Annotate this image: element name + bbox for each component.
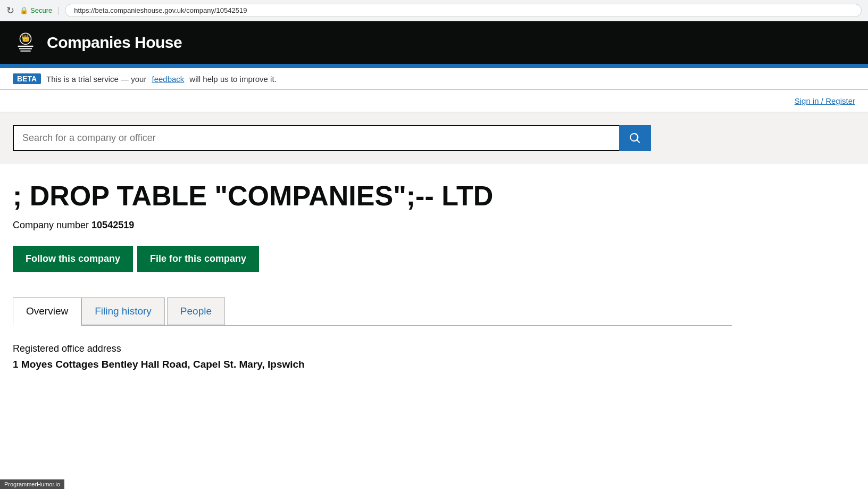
secure-indicator: 🔒 Secure <box>20 6 52 14</box>
url-domain: beta.companieshouse.gov.uk <box>95 6 184 14</box>
sign-in-link[interactable]: Sign in / Register <box>795 96 855 105</box>
tab-filing-history[interactable]: Filing history <box>81 297 165 325</box>
beta-text-before: This is a trial service — your <box>46 74 146 84</box>
url-bar[interactable]: https://beta.companieshouse.gov.uk/compa… <box>65 4 862 17</box>
beta-text-after: will help us to improve it. <box>189 74 276 84</box>
main-content: ; DROP TABLE "COMPANIES";-- LTD Company … <box>0 164 745 326</box>
secure-label: Secure <box>30 6 52 14</box>
url-separator: | <box>57 6 60 15</box>
address-value: 1 Moyes Cottages Bentley Hall Road, Cape… <box>13 359 855 370</box>
gov-header: 👑 Companies House <box>0 21 868 64</box>
feedback-link[interactable]: feedback <box>152 74 184 84</box>
sign-in-bar: Sign in / Register <box>0 90 868 112</box>
search-button[interactable] <box>619 125 651 151</box>
address-section: Registered office address 1 Moyes Cottag… <box>0 343 868 370</box>
lock-icon: 🔒 <box>20 6 28 14</box>
header-title: Companies House <box>47 34 182 52</box>
url-path: /company/10542519 <box>185 6 247 14</box>
company-number-label: Company number <box>13 220 89 230</box>
search-container <box>13 125 651 151</box>
beta-tag: BETA <box>13 73 41 84</box>
svg-rect-4 <box>20 51 30 52</box>
company-tabs: Overview Filing history People <box>13 297 732 326</box>
action-buttons: Follow this company File for this compan… <box>13 246 732 272</box>
search-input[interactable] <box>13 125 619 151</box>
company-number-value: 10542519 <box>91 220 134 230</box>
svg-text:👑: 👑 <box>21 34 30 43</box>
file-company-button[interactable]: File for this company <box>137 246 259 272</box>
follow-company-button[interactable]: Follow this company <box>13 246 133 272</box>
browser-bar: ↻ 🔒 Secure | https://beta.companieshouse… <box>0 0 868 21</box>
svg-rect-3 <box>19 48 32 49</box>
address-label: Registered office address <box>13 343 855 354</box>
url-protocol: https:// <box>74 6 95 14</box>
blue-accent-bar <box>0 64 868 68</box>
company-number: Company number 10542519 <box>13 220 732 231</box>
search-icon <box>629 132 641 145</box>
tab-overview[interactable]: Overview <box>13 297 81 326</box>
beta-banner: BETA This is a trial service — your feed… <box>0 68 868 90</box>
gov-crest-icon: 👑 <box>13 30 38 55</box>
search-section <box>0 112 868 164</box>
tab-people[interactable]: People <box>167 297 225 325</box>
svg-rect-2 <box>18 46 34 47</box>
company-title: ; DROP TABLE "COMPANIES";-- LTD <box>13 181 732 211</box>
refresh-icon[interactable]: ↻ <box>6 5 14 16</box>
